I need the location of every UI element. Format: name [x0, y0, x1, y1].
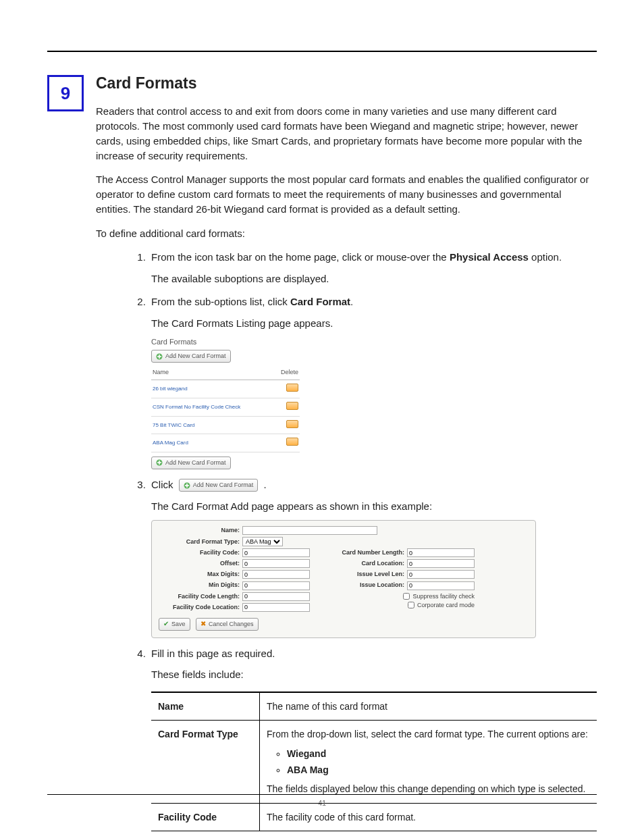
- desc-facility-value: The facility code of this card format.: [260, 803, 597, 831]
- add-card-format-button-bottom[interactable]: Add New Card Format: [151, 457, 231, 469]
- suppress-row: Suppress facility check: [323, 592, 475, 601]
- chapter-number-box: 9: [47, 75, 84, 111]
- svg-rect-8: [185, 485, 189, 486]
- plus-icon: [184, 482, 190, 489]
- suppress-checkbox[interactable]: [403, 593, 410, 600]
- facility-code-length-label: Facility Code Length:: [159, 592, 240, 601]
- col-name-header: Name: [151, 365, 270, 380]
- inline-add-button-label: Add New Card Format: [193, 481, 254, 490]
- issue-level-len-label: Issue Level Len:: [323, 570, 404, 579]
- form-screenshot: Name: Card Format Type: ABA Mag Facility…: [151, 520, 536, 637]
- delete-icon[interactable]: [286, 402, 298, 410]
- name-input[interactable]: [242, 526, 377, 535]
- facility-code-input[interactable]: [242, 548, 310, 557]
- check-icon: ✔: [163, 621, 169, 627]
- format-link[interactable]: ABA Mag Card: [151, 434, 270, 452]
- save-button[interactable]: ✔Save: [159, 618, 190, 631]
- card-number-length-input[interactable]: [407, 548, 475, 557]
- svg-rect-2: [157, 356, 161, 357]
- step-4-text-b: These fields include:: [151, 667, 597, 682]
- offset-input[interactable]: [242, 559, 310, 568]
- type-label: Card Format Type:: [159, 538, 240, 546]
- table-row: CSN Format No Facility Code Check: [151, 398, 300, 416]
- desc-row-name: Name The name of this card format: [151, 692, 597, 721]
- format-link[interactable]: 75 Bit TWIC Card: [151, 416, 270, 434]
- add-card-format-button[interactable]: Add New Card Format: [151, 350, 231, 363]
- step-3-result: The Card Format Add page appears as show…: [151, 499, 597, 514]
- listing-screenshot: Card Formats Add New Card Format Name De…: [151, 337, 300, 469]
- name-label: Name:: [159, 526, 240, 535]
- listing-table: Name Delete 26 bit wiegand CSN Format No…: [151, 365, 300, 452]
- card-location-label: Card Location:: [323, 559, 404, 568]
- corporate-row: Corporate card mode: [323, 601, 475, 610]
- min-digits-label: Min Digits:: [159, 581, 240, 590]
- desc-type-text-b: The fields displayed below this change d…: [267, 783, 585, 794]
- issue-location-label: Issue Location:: [323, 581, 404, 590]
- step-2-text-a: From the sub-options list, click: [151, 296, 290, 307]
- min-digits-input[interactable]: [242, 581, 310, 590]
- intro-paragraph-1: Readers that control access to and exit …: [96, 104, 597, 163]
- table-row: 75 Bit TWIC Card: [151, 416, 300, 434]
- add-button-label-bottom: Add New Card Format: [165, 459, 226, 467]
- form-right-column: Card Number Length: Card Location: Issue…: [323, 548, 475, 613]
- form-left-column: Facility Code: Offset: Max Digits: Min D…: [159, 548, 310, 613]
- listing-title: Card Formats: [151, 337, 300, 348]
- svg-rect-5: [157, 462, 161, 463]
- card-location-input[interactable]: [407, 559, 475, 568]
- delete-icon[interactable]: [286, 438, 298, 446]
- intro-paragraph-3: To define additional card formats:: [96, 226, 597, 241]
- field-description-table: Name The name of this card format Card F…: [151, 692, 597, 831]
- step-3-text-b: .: [263, 479, 266, 490]
- desc-facility-header: Facility Code: [151, 803, 260, 831]
- page-title: Card Formats: [96, 72, 597, 95]
- desc-row-facility: Facility Code The facility code of this …: [151, 803, 597, 831]
- inline-add-button[interactable]: Add New Card Format: [179, 479, 259, 492]
- issue-location-input[interactable]: [407, 581, 475, 590]
- step-4-text-a: Fill in this page as required.: [151, 648, 275, 659]
- max-digits-input[interactable]: [242, 570, 310, 579]
- offset-label: Offset:: [159, 559, 240, 568]
- step-1-text-a: From the icon task bar on the home page,…: [151, 251, 450, 263]
- chapter-number: 9: [61, 83, 70, 104]
- cancel-label: Cancel Changes: [209, 620, 254, 629]
- intro-paragraph-2: The Access Control Manager supports the …: [96, 172, 597, 216]
- plus-icon: [156, 459, 163, 466]
- desc-name-header: Name: [151, 692, 260, 721]
- form-row-type: Card Format Type: ABA Mag: [159, 537, 529, 546]
- format-link[interactable]: 26 bit wiegand: [151, 380, 270, 398]
- desc-type-text-a: From the drop-down list, select the card…: [267, 729, 588, 739]
- body-column: Card Formats Readers that control access…: [96, 72, 597, 834]
- step-1-text-c: option.: [529, 251, 562, 263]
- save-label: Save: [171, 620, 186, 629]
- step-1-result: The available suboptions are displayed.: [151, 271, 597, 286]
- page-number: 41: [318, 799, 326, 807]
- delete-icon[interactable]: [286, 420, 298, 428]
- page: 9 Card Formats Readers that control acce…: [0, 0, 644, 834]
- type-option-wiegand: Wiegand: [287, 747, 590, 760]
- facility-code-length-input[interactable]: [242, 592, 310, 601]
- type-options-list: Wiegand ABA Mag: [267, 747, 590, 777]
- plus-icon: [156, 353, 163, 360]
- step-2-bold: Card Format: [290, 296, 350, 307]
- facility-code-location-label: Facility Code Location:: [159, 603, 240, 612]
- type-select[interactable]: ABA Mag: [242, 537, 283, 546]
- step-2-text-c: .: [350, 296, 353, 307]
- facility-code-location-input[interactable]: [242, 603, 310, 612]
- type-option-abamag: ABA Mag: [287, 763, 590, 777]
- step-1: From the icon task bar on the home page,…: [149, 250, 597, 286]
- format-link[interactable]: CSN Format No Facility Code Check: [151, 398, 270, 416]
- desc-row-type: Card Format Type From the drop-down list…: [151, 721, 597, 803]
- cancel-button[interactable]: ✖Cancel Changes: [196, 618, 259, 631]
- form-two-columns: Facility Code: Offset: Max Digits: Min D…: [159, 548, 529, 613]
- corporate-checkbox[interactable]: [408, 602, 414, 608]
- issue-level-len-input[interactable]: [407, 570, 475, 579]
- suppress-label: Suppress facility check: [412, 592, 475, 601]
- desc-type-value: From the drop-down list, select the card…: [260, 721, 597, 803]
- facility-code-label: Facility Code:: [159, 548, 240, 557]
- delete-icon[interactable]: [286, 384, 298, 392]
- corporate-label: Corporate card mode: [417, 601, 475, 610]
- form-row-name: Name:: [159, 526, 529, 535]
- step-1-bold: Physical Access: [450, 251, 529, 263]
- max-digits-label: Max Digits:: [159, 570, 240, 579]
- step-2: From the sub-options list, click Card Fo…: [149, 294, 597, 469]
